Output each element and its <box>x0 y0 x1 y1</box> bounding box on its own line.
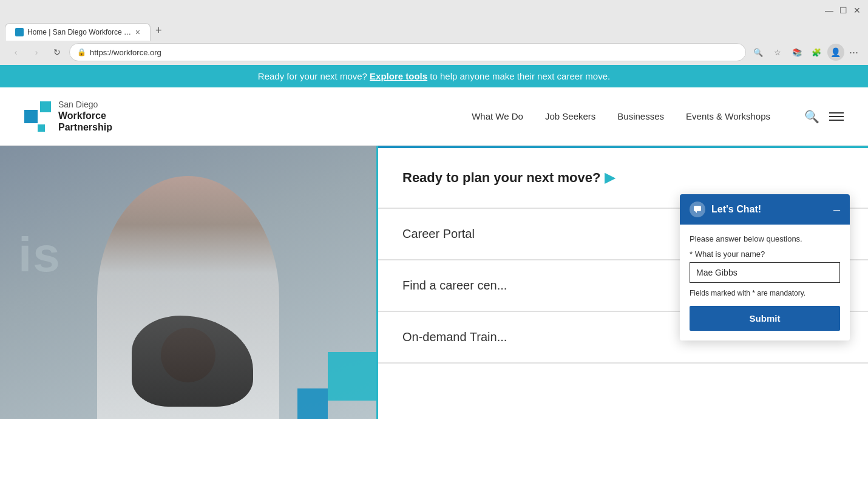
minimize-button[interactable]: — <box>825 6 833 15</box>
extensions-button[interactable]: 🧩 <box>808 44 825 61</box>
hero-section: is Ready to plan your next move? ▶ Caree… <box>0 146 868 419</box>
chat-body: Please answer below questions. * What is… <box>680 225 850 341</box>
search-icon[interactable]: 🔍 <box>804 109 819 124</box>
nav-events-workshops[interactable]: Events & Workshops <box>686 111 770 121</box>
refresh-button[interactable]: ↻ <box>49 44 66 61</box>
chat-instructions: Please answer below questions. <box>690 234 840 243</box>
nav-links: What We Do Job Seekers Businesses Events… <box>472 111 770 121</box>
address-bar-row: ‹ › ↻ 🔒 https://workforce.org 🔍 ☆ 📚 🧩 👤 … <box>0 41 868 65</box>
logo-line1: San Diego <box>58 100 112 110</box>
tab-bar: Home | San Diego Workforce Pa... × + <box>0 21 868 41</box>
logo-area[interactable]: San Diego Workforce Partnership <box>24 100 112 133</box>
more-options-button[interactable]: ··· <box>847 46 861 59</box>
logo-line2: Workforce <box>58 110 112 121</box>
active-tab[interactable]: Home | San Diego Workforce Pa... × <box>5 23 151 41</box>
lock-icon: 🔒 <box>77 48 86 56</box>
tab-favicon <box>15 28 24 36</box>
chat-name-input[interactable] <box>690 262 840 283</box>
nav-job-seekers[interactable]: Job Seekers <box>545 111 595 121</box>
chat-header-title: Let's Chat! <box>711 204 827 215</box>
website-content: Ready for your next move? Explore tools … <box>0 65 868 488</box>
back-button[interactable]: ‹ <box>7 44 24 61</box>
address-bar-actions: 🔍 ☆ 📚 🧩 👤 ··· <box>750 44 861 61</box>
svg-marker-1 <box>695 211 697 213</box>
hamburger-line-1 <box>829 112 844 114</box>
find-career-center-label: Find a career cen... <box>402 279 507 292</box>
browser-chrome: — ☐ ✕ Home | San Diego Workforce Pa... ×… <box>0 0 868 65</box>
logo-square-1 <box>40 101 51 112</box>
chat-bubble-icon <box>690 202 705 217</box>
hero-image: is <box>0 146 376 419</box>
tab-close-button[interactable]: × <box>135 27 140 37</box>
svg-rect-0 <box>694 206 701 211</box>
chat-mandatory-note: Fields marked with * are mandatory. <box>690 289 840 297</box>
nav-businesses[interactable]: Businesses <box>617 111 664 121</box>
nav-what-we-do[interactable]: What We Do <box>472 111 523 121</box>
chat-header: Let's Chat! – <box>680 194 850 225</box>
logo-square-3 <box>38 124 45 132</box>
url-text: https://workforce.org <box>90 48 738 57</box>
main-navigation: San Diego Workforce Partnership What We … <box>0 87 868 146</box>
chat-submit-button[interactable]: Submit <box>690 306 840 331</box>
profile-button[interactable]: 👤 <box>827 44 844 61</box>
logo-text: San Diego Workforce Partnership <box>58 100 112 133</box>
new-tab-button[interactable]: + <box>151 21 167 41</box>
tab-title: Home | San Diego Workforce Pa... <box>27 28 132 36</box>
hamburger-line-2 <box>829 116 844 117</box>
announcement-text-after: to help anyone make their next career mo… <box>430 71 610 81</box>
announcement-bar: Ready for your next move? Explore tools … <box>0 65 868 87</box>
announcement-link[interactable]: Explore tools <box>370 71 427 81</box>
hamburger-menu-icon[interactable] <box>829 112 844 121</box>
title-bar: — ☐ ✕ <box>0 0 868 21</box>
address-bar[interactable]: 🔒 https://workforce.org <box>69 43 746 61</box>
chat-minimize-button[interactable]: – <box>833 203 840 215</box>
collections-button[interactable]: 📚 <box>788 44 805 61</box>
chat-widget: Let's Chat! – Please answer below questi… <box>680 194 850 341</box>
logo-icon <box>24 101 51 132</box>
forward-button[interactable]: › <box>28 44 45 61</box>
logo-square-2 <box>24 110 38 123</box>
nav-icons: 🔍 <box>804 109 844 124</box>
close-button[interactable]: ✕ <box>853 6 861 15</box>
hamburger-line-3 <box>829 120 844 121</box>
logo-line3: Partnership <box>58 121 112 133</box>
window-controls: — ☐ ✕ <box>825 6 861 15</box>
zoom-button[interactable]: 🔍 <box>750 44 767 61</box>
chat-field-label: * What is your name? <box>690 249 840 259</box>
on-demand-training-label: On-demand Train... <box>402 330 507 344</box>
hero-text-overlay: is <box>18 227 61 283</box>
maximize-button[interactable]: ☐ <box>839 6 847 15</box>
favorites-button[interactable]: ☆ <box>769 44 786 61</box>
announcement-text-before: Ready for your next move? <box>258 71 367 81</box>
